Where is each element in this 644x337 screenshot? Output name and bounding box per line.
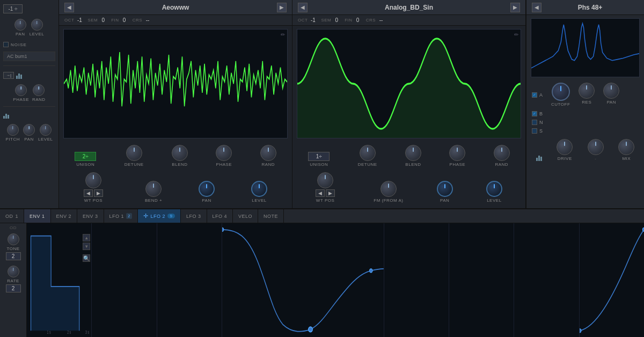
octave-spinner[interactable]: -1 ÷ <box>3 4 23 13</box>
osc2-next-btn[interactable]: ▶ <box>510 3 520 12</box>
osc2-oct-value[interactable]: -1 <box>309 17 317 23</box>
env-lfo-content: OD TONE 2 RATE 2 <box>0 223 644 337</box>
filter-res-knob[interactable] <box>579 83 595 99</box>
phase-rand-row: PHASE RAND <box>3 84 55 102</box>
osc2-sem-value[interactable]: 0 <box>333 17 340 23</box>
tone-value[interactable]: 2 <box>6 252 21 260</box>
filter-mix-knob[interactable] <box>618 139 634 155</box>
env2-panel <box>92 223 157 337</box>
osc2-fin-param: FIN 0 <box>345 17 361 23</box>
osc1-phase-label: PHASE <box>216 162 232 167</box>
velo-panel <box>514 223 579 337</box>
filter-drive-row: DRIVE - MIX <box>526 136 644 164</box>
osc2-prev-btn[interactable]: ◀ <box>298 3 308 12</box>
osc1-sem-label: SEM <box>87 18 98 23</box>
osc2-fin-value[interactable]: 0 <box>354 17 362 23</box>
osc2-pan-label: PAN <box>440 198 449 203</box>
osc2-fm-knob[interactable] <box>380 181 397 197</box>
osc2-wt-prev-btn[interactable]: ◀ <box>316 189 325 197</box>
filter-n-checkbox[interactable] <box>532 120 537 125</box>
osc1-next-btn[interactable]: ▶ <box>277 3 287 12</box>
osc2-blend-knob[interactable] <box>405 145 421 161</box>
tab-env2[interactable]: ENV 2 <box>51 209 78 223</box>
tab-lfo1[interactable]: LFO 1 2 <box>104 209 138 223</box>
top-knobs-row: PAN LEVEL <box>3 19 55 36</box>
filter-drive-knob[interactable] <box>557 139 573 155</box>
osc1-blend-knob[interactable] <box>172 145 188 161</box>
filter-a-checkbox[interactable] <box>532 92 537 98</box>
osc2-phase-group: PHASE <box>449 145 465 167</box>
rand-knob[interactable] <box>33 84 45 96</box>
osc1-level-knob[interactable] <box>251 181 267 197</box>
osc1-prev-btn[interactable]: ◀ <box>64 3 74 12</box>
pan2-knob[interactable] <box>23 124 35 136</box>
osc1-edit-icon[interactable]: ✏ <box>281 32 285 38</box>
osc2-wt-next-btn[interactable]: ▶ <box>326 189 335 197</box>
osc2-edit-icon[interactable]: ✏ <box>514 32 518 38</box>
rand-group: RAND <box>32 84 46 102</box>
tab-note[interactable]: NOTE <box>258 209 284 223</box>
filter-a-item[interactable]: A <box>532 83 543 107</box>
pitch-knob[interactable] <box>7 124 19 136</box>
rate-value[interactable]: 2 <box>6 284 21 292</box>
osc1-oct-value[interactable]: -1 <box>76 17 83 23</box>
filter-prev-btn[interactable]: ◀ <box>532 3 541 12</box>
osc2-detune-knob[interactable] <box>360 145 376 161</box>
osc1-wt-prev-btn[interactable]: ◀ <box>84 189 93 197</box>
osc2-detune-label: DETUNE <box>358 162 377 167</box>
tab-lfo2[interactable]: ✛ LFO 2 9 <box>138 209 181 223</box>
osc2-rand-knob[interactable] <box>494 145 510 161</box>
osc2-wt-pos-knob[interactable] <box>317 172 333 188</box>
tone-knob[interactable] <box>8 233 19 245</box>
level2-knob[interactable] <box>40 124 52 136</box>
filter-cutoff-knob[interactable] <box>552 83 570 101</box>
left-panel: -1 ÷ PAN LEVEL NOISE AC bum1 <box>0 0 59 208</box>
level-knob[interactable] <box>31 19 43 31</box>
osc1-fin-value[interactable]: 0 <box>121 17 128 23</box>
osc1-bend-knob[interactable] <box>145 181 162 197</box>
osc1-wt-pos-knob[interactable] <box>85 172 101 188</box>
osc1-unison-spinner[interactable]: 2 ÷ <box>75 152 96 161</box>
filter-s-item[interactable]: S <box>532 128 543 134</box>
osc1-rand-knob[interactable] <box>260 145 276 161</box>
osc2-level-knob[interactable] <box>486 181 502 197</box>
osc1-detune-knob[interactable] <box>126 145 142 161</box>
osc1-pan-knob[interactable] <box>199 181 215 197</box>
filter-minus-knob[interactable] <box>588 139 604 155</box>
rate-knob[interactable] <box>8 266 19 277</box>
filter-pan-knob[interactable] <box>603 83 619 99</box>
osc2-crs-value[interactable]: -- <box>377 17 385 23</box>
octave-control: -1 ÷ <box>3 4 55 13</box>
pan-knob[interactable] <box>14 19 26 31</box>
svg-rect-7 <box>92 223 156 337</box>
tab-lfo4[interactable]: LFO 4 <box>207 209 233 223</box>
arrow-button[interactable]: →| <box>3 72 14 79</box>
osc2-unison-spinner[interactable]: 1 ÷ <box>308 152 330 161</box>
osc1-sem-value[interactable]: 0 <box>99 17 107 23</box>
velo-label: VELO <box>238 214 252 219</box>
osc1-crs-value[interactable]: -- <box>144 17 151 23</box>
osc1-params: OCT -1 SEM 0 FIN 0 CRS -- <box>59 15 292 26</box>
filter-b-checkbox[interactable] <box>532 111 537 116</box>
osc1-phase-knob[interactable] <box>216 145 232 161</box>
env1-scroll-up[interactable]: ▲ <box>83 234 90 241</box>
env1-zoom[interactable]: 🔍 <box>83 254 90 262</box>
filter-n-item[interactable]: N <box>532 120 543 125</box>
phase-knob[interactable] <box>15 84 27 96</box>
tab-velo[interactable]: VELO <box>233 209 258 223</box>
osc1-wt-next-btn[interactable]: ▶ <box>94 189 103 197</box>
tab-env3[interactable]: ENV 3 <box>77 209 104 223</box>
pan2-group: PAN <box>23 124 35 142</box>
tab-od[interactable]: OD 1 <box>0 209 24 223</box>
filter-b-item[interactable]: B <box>532 111 543 116</box>
osc2-crs-label: CRS <box>366 18 376 23</box>
osc2-phase-knob[interactable] <box>449 145 465 161</box>
env1-scroll-down[interactable]: ▼ <box>83 243 90 250</box>
lfo2-panel <box>222 223 384 337</box>
tab-lfo3[interactable]: LFO 3 <box>181 209 207 223</box>
filter-s-checkbox[interactable] <box>532 128 537 134</box>
env1-graph: 1 s 2 s 3 s <box>27 223 91 337</box>
phase-label: PHASE <box>13 97 29 102</box>
osc2-pan-knob[interactable] <box>437 181 453 197</box>
tab-env1[interactable]: ENV 1 <box>24 209 51 223</box>
